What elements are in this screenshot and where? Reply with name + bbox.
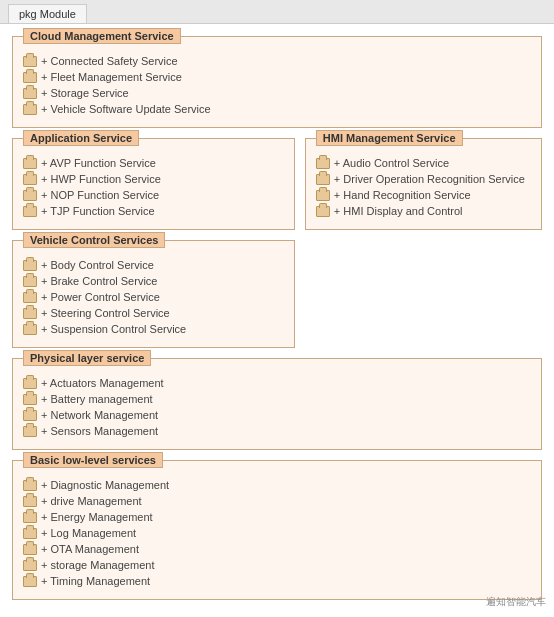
basic-services-title: Basic low-level services — [23, 452, 163, 468]
list-item: + Energy Management — [23, 509, 531, 525]
list-item: + storage Management — [23, 557, 531, 573]
list-item: + Storage Service — [23, 85, 531, 101]
list-item: + Suspension Control Service — [23, 321, 284, 337]
list-item: + Body Control Service — [23, 257, 284, 273]
folder-icon — [23, 378, 37, 389]
list-item: + Steering Control Service — [23, 305, 284, 321]
cloud-management-title: Cloud Management Service — [23, 28, 181, 44]
physical-layer-box: Physical layer service + Actuators Manag… — [12, 358, 542, 450]
list-item: + Driver Operation Recognition Service — [316, 171, 531, 187]
folder-icon — [23, 324, 37, 335]
folder-icon — [23, 576, 37, 587]
folder-icon — [316, 158, 330, 169]
folder-icon — [23, 260, 37, 271]
item-label: + Sensors Management — [41, 425, 158, 437]
folder-icon — [316, 190, 330, 201]
application-service-title: Application Service — [23, 130, 139, 146]
item-label: + Fleet Management Service — [41, 71, 182, 83]
item-label: + TJP Function Service — [41, 205, 155, 217]
list-item: + Diagnostic Management — [23, 477, 531, 493]
vehicle-control-content: + Body Control Service + Brake Control S… — [23, 257, 284, 337]
watermark: 遍知智能汽车 — [486, 595, 546, 609]
row-2: Application Service + AVP Function Servi… — [12, 138, 542, 230]
hmi-management-content: + Audio Control Service + Driver Operati… — [316, 155, 531, 219]
folder-icon — [23, 544, 37, 555]
item-label: + Actuators Management — [41, 377, 164, 389]
physical-layer-content: + Actuators Management + Battery managem… — [23, 375, 531, 439]
row-4: Physical layer service + Actuators Manag… — [12, 358, 542, 450]
list-item: + AVP Function Service — [23, 155, 284, 171]
item-label: + Diagnostic Management — [41, 479, 169, 491]
folder-icon — [23, 276, 37, 287]
item-label: + OTA Management — [41, 543, 139, 555]
folder-icon — [23, 512, 37, 523]
main-content: Cloud Management Service + Connected Saf… — [0, 24, 554, 617]
cloud-management-content: + Connected Safety Service + Fleet Manag… — [23, 53, 531, 117]
item-label: + AVP Function Service — [41, 157, 156, 169]
item-label: + drive Management — [41, 495, 142, 507]
application-service-content: + AVP Function Service + HWP Function Se… — [23, 155, 284, 219]
item-label: + Network Management — [41, 409, 158, 421]
item-label: + Battery management — [41, 393, 153, 405]
item-label: + Connected Safety Service — [41, 55, 178, 67]
item-label: + Body Control Service — [41, 259, 154, 271]
folder-icon — [23, 104, 37, 115]
folder-icon — [23, 206, 37, 217]
item-label: + storage Management — [41, 559, 154, 571]
item-label: + Suspension Control Service — [41, 323, 186, 335]
application-service-box: Application Service + AVP Function Servi… — [12, 138, 295, 230]
item-label: + Audio Control Service — [334, 157, 449, 169]
list-item: + TJP Function Service — [23, 203, 284, 219]
diagram-layout: Cloud Management Service + Connected Saf… — [12, 36, 542, 600]
item-label: + HWP Function Service — [41, 173, 161, 185]
folder-icon — [23, 394, 37, 405]
folder-icon — [23, 560, 37, 571]
item-label: + Timing Management — [41, 575, 150, 587]
item-label: + Driver Operation Recognition Service — [334, 173, 525, 185]
folder-icon — [23, 174, 37, 185]
folder-icon — [23, 496, 37, 507]
list-item: + Power Control Service — [23, 289, 284, 305]
basic-services-content: + Diagnostic Management + drive Manageme… — [23, 477, 531, 589]
hmi-management-title: HMI Management Service — [316, 130, 463, 146]
folder-icon — [23, 56, 37, 67]
list-item: + HWP Function Service — [23, 171, 284, 187]
list-item: + NOP Function Service — [23, 187, 284, 203]
list-item: + Connected Safety Service — [23, 53, 531, 69]
cloud-management-box: Cloud Management Service + Connected Saf… — [12, 36, 542, 128]
item-label: + Vehicle Software Update Service — [41, 103, 211, 115]
row-1: Cloud Management Service + Connected Saf… — [12, 36, 542, 128]
item-label: + NOP Function Service — [41, 189, 159, 201]
folder-icon — [23, 88, 37, 99]
list-item: + drive Management — [23, 493, 531, 509]
hmi-management-box: HMI Management Service + Audio Control S… — [305, 138, 542, 230]
folder-icon — [23, 292, 37, 303]
folder-icon — [316, 174, 330, 185]
row-3: Vehicle Control Services + Body Control … — [12, 240, 542, 348]
folder-icon — [23, 528, 37, 539]
folder-icon — [23, 72, 37, 83]
item-label: + Steering Control Service — [41, 307, 170, 319]
physical-layer-title: Physical layer service — [23, 350, 151, 366]
folder-icon — [23, 410, 37, 421]
list-item: + HMI Display and Control — [316, 203, 531, 219]
folder-icon — [23, 480, 37, 491]
list-item: + Vehicle Software Update Service — [23, 101, 531, 117]
item-label: + Log Management — [41, 527, 136, 539]
folder-icon — [23, 426, 37, 437]
item-label: + Storage Service — [41, 87, 129, 99]
list-item: + Network Management — [23, 407, 531, 423]
list-item: + OTA Management — [23, 541, 531, 557]
folder-icon — [23, 190, 37, 201]
list-item: + Actuators Management — [23, 375, 531, 391]
list-item: + Brake Control Service — [23, 273, 284, 289]
pkg-module-tab[interactable]: pkg Module — [8, 4, 87, 23]
list-item: + Timing Management — [23, 573, 531, 589]
folder-icon — [316, 206, 330, 217]
item-label: + Brake Control Service — [41, 275, 157, 287]
list-item: + Hand Recognition Service — [316, 187, 531, 203]
vehicle-control-box: Vehicle Control Services + Body Control … — [12, 240, 295, 348]
list-item: + Battery management — [23, 391, 531, 407]
item-label: + Power Control Service — [41, 291, 160, 303]
item-label: + Hand Recognition Service — [334, 189, 471, 201]
